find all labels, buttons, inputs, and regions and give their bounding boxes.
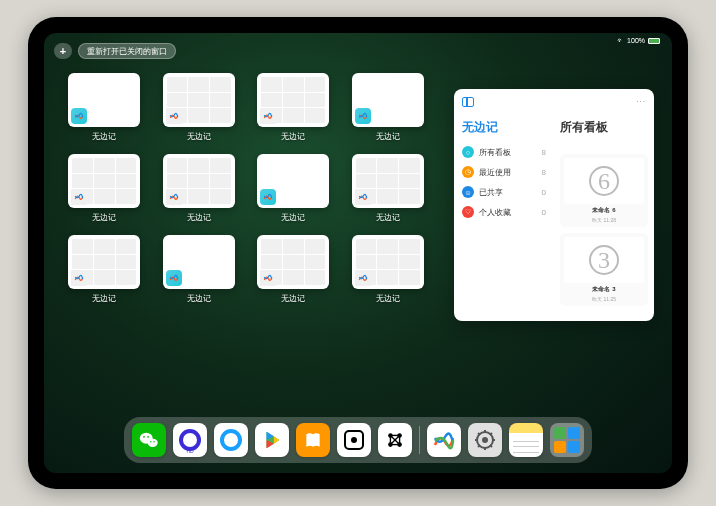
- freeform-app-icon: [260, 189, 276, 205]
- freeform-app-icon: [166, 108, 182, 124]
- reopen-closed-window-button[interactable]: 重新打开已关闭的窗口: [78, 43, 176, 59]
- category-item[interactable]: ○所有看板8: [462, 146, 546, 158]
- app-thumbnail-label: 无边记: [187, 212, 211, 223]
- svg-point-5: [153, 441, 154, 442]
- app-switcher-grid: 无边记无边记无边记无边记无边记无边记无边记无边记无边记无边记无边记无边记: [66, 73, 426, 304]
- dock-app-play[interactable]: [255, 423, 289, 457]
- freeform-app-icon: [71, 270, 87, 286]
- category-icon: ○: [462, 146, 474, 158]
- app-thumbnail[interactable]: 无边记: [66, 154, 143, 223]
- board-preview: 3: [564, 237, 644, 283]
- app-thumbnail[interactable]: 无边记: [66, 235, 143, 304]
- category-icon: ☺: [462, 186, 474, 198]
- app-thumbnail-label: 无边记: [281, 293, 305, 304]
- freeform-app-icon: [71, 108, 87, 124]
- category-icon: ◷: [462, 166, 474, 178]
- svg-point-17: [482, 437, 488, 443]
- freeform-app-icon: [71, 189, 87, 205]
- dock-app-library[interactable]: [550, 423, 584, 457]
- wifi-icon: ᯤ: [617, 37, 624, 44]
- category-count: 8: [542, 148, 546, 157]
- app-thumbnail-label: 无边记: [281, 131, 305, 142]
- app-thumbnail[interactable]: 无边记: [255, 235, 332, 304]
- board-timestamp: 昨天 11:28: [592, 217, 616, 223]
- svg-point-4: [150, 441, 151, 442]
- board-preview: 6: [564, 158, 644, 204]
- category-label: 所有看板: [479, 147, 511, 158]
- category-item[interactable]: ☺已共享0: [462, 186, 546, 198]
- panel-content: 所有看板 6未命名 6昨天 11:283未命名 3昨天 11:25: [554, 89, 654, 321]
- category-item[interactable]: ♡个人收藏0: [462, 206, 546, 218]
- freeform-app-icon: [355, 270, 371, 286]
- app-thumbnail[interactable]: 无边记: [350, 154, 427, 223]
- dock-separator: [419, 426, 420, 454]
- category-count: 0: [542, 188, 546, 197]
- app-thumbnail[interactable]: 无边记: [161, 154, 238, 223]
- board-cards: 6未命名 6昨天 11:283未命名 3昨天 11:25: [560, 154, 648, 306]
- app-thumbnail[interactable]: 无边记: [350, 73, 427, 142]
- freeform-app-icon: [166, 189, 182, 205]
- panel-right-title: 所有看板: [560, 119, 648, 136]
- category-label: 个人收藏: [479, 207, 511, 218]
- app-thumbnail-label: 无边记: [92, 131, 116, 142]
- top-controls: + 重新打开已关闭的窗口: [54, 43, 176, 59]
- app-thumbnail-label: 无边记: [376, 293, 400, 304]
- more-icon[interactable]: ···: [636, 97, 646, 106]
- freeform-app-icon: [355, 189, 371, 205]
- dock-app-quark-hd[interactable]: HD: [173, 423, 207, 457]
- panel-sidebar: 无边记 ○所有看板8◷最近使用8☺已共享0♡个人收藏0: [454, 89, 554, 321]
- dock-app-dots[interactable]: [378, 423, 412, 457]
- freeform-app-icon: [260, 108, 276, 124]
- dock-app-freeform[interactable]: [427, 423, 461, 457]
- category-item[interactable]: ◷最近使用8: [462, 166, 546, 178]
- dock-app-quark[interactable]: [214, 423, 248, 457]
- dock-app-books[interactable]: [296, 423, 330, 457]
- svg-point-2: [143, 436, 145, 438]
- svg-point-1: [148, 439, 158, 447]
- add-button[interactable]: +: [54, 43, 72, 59]
- category-list: ○所有看板8◷最近使用8☺已共享0♡个人收藏0: [462, 146, 546, 218]
- dock: HD: [124, 417, 592, 463]
- app-thumbnail-label: 无边记: [92, 212, 116, 223]
- app-thumbnail-label: 无边记: [376, 131, 400, 142]
- freeform-app-icon: [166, 270, 182, 286]
- svg-point-3: [147, 436, 149, 438]
- dock-app-settings[interactable]: [468, 423, 502, 457]
- dock-app-notes[interactable]: [509, 423, 543, 457]
- ipad-frame: ᯤ 100% + 重新打开已关闭的窗口 无边记无边记无边记无边记无边记无边记无边…: [28, 17, 688, 489]
- svg-line-23: [490, 445, 492, 447]
- sidebar-toggle-icon[interactable]: [462, 97, 474, 107]
- category-count: 8: [542, 168, 546, 177]
- svg-line-24: [478, 445, 480, 447]
- freeform-app-icon: [355, 108, 371, 124]
- board-label: 未命名 3: [592, 285, 615, 294]
- category-count: 0: [542, 208, 546, 217]
- category-label: 最近使用: [479, 167, 511, 178]
- app-thumbnail[interactable]: 无边记: [255, 154, 332, 223]
- category-label: 已共享: [479, 187, 503, 198]
- app-thumbnail-label: 无边记: [281, 212, 305, 223]
- dock-app-wechat[interactable]: [132, 423, 166, 457]
- dock-app-dice[interactable]: [337, 423, 371, 457]
- app-thumbnail[interactable]: 无边记: [161, 235, 238, 304]
- svg-line-25: [490, 433, 492, 435]
- category-icon: ♡: [462, 206, 474, 218]
- app-thumbnail-label: 无边记: [376, 212, 400, 223]
- board-timestamp: 昨天 11:25: [592, 296, 616, 302]
- board-card[interactable]: 6未命名 6昨天 11:28: [560, 154, 648, 227]
- app-thumbnail[interactable]: 无边记: [255, 73, 332, 142]
- freeform-app-icon: [260, 270, 276, 286]
- app-thumbnail-label: 无边记: [92, 293, 116, 304]
- battery-icon: [648, 38, 660, 44]
- board-card[interactable]: 3未命名 3昨天 11:25: [560, 233, 648, 306]
- freeform-panel: ··· 无边记 ○所有看板8◷最近使用8☺已共享0♡个人收藏0 所有看板 6未命…: [454, 89, 654, 321]
- battery-label: 100%: [627, 37, 645, 44]
- app-thumbnail[interactable]: 无边记: [66, 73, 143, 142]
- svg-line-22: [478, 433, 480, 435]
- screen: ᯤ 100% + 重新打开已关闭的窗口 无边记无边记无边记无边记无边记无边记无边…: [44, 33, 672, 473]
- app-thumbnail[interactable]: 无边记: [350, 235, 427, 304]
- panel-left-title: 无边记: [462, 119, 546, 136]
- status-bar: ᯤ 100%: [617, 37, 660, 44]
- app-thumbnail[interactable]: 无边记: [161, 73, 238, 142]
- app-thumbnail-label: 无边记: [187, 131, 211, 142]
